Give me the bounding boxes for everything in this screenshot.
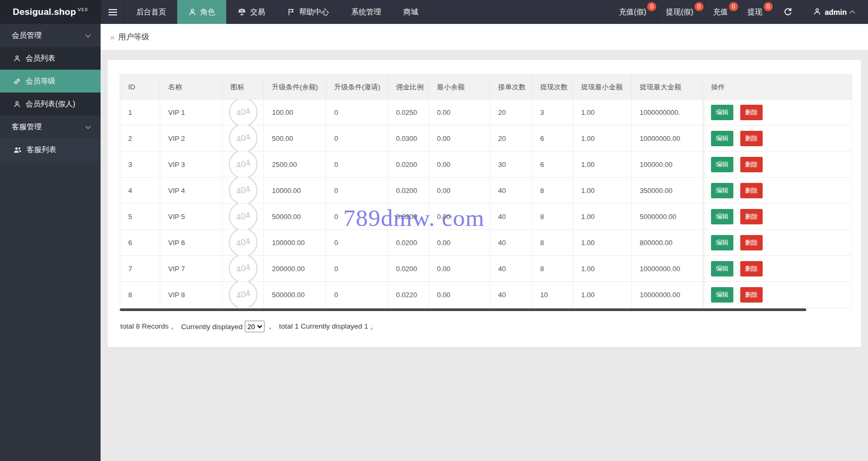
cell-withdraw-count: 8 [532, 230, 573, 256]
col-header-id: ID [120, 75, 160, 99]
broken-image-placeholder-icon: 404 [226, 230, 260, 256]
edit-button[interactable]: 编辑 [711, 183, 733, 198]
brand-logo[interactable]: Desigual.shop V3.0 [0, 0, 101, 24]
cell-min-balance: 0.00 [429, 204, 490, 230]
delete-button[interactable]: 删除 [740, 105, 763, 120]
cell-name: VIP 8 [160, 282, 222, 308]
cell-commission: 0.0200 [388, 230, 429, 256]
delete-button[interactable]: 删除 [740, 235, 763, 250]
scale-icon [237, 7, 246, 16]
cell-min-balance: 0.00 [429, 178, 490, 204]
cell-icon: 404 [222, 282, 264, 308]
badge-count: 0 [729, 2, 738, 11]
cell-withdraw-max: 5000000.00 [632, 204, 703, 230]
cell-icon: 404 [222, 204, 264, 230]
cell-commission: 0.0250 [388, 99, 429, 125]
cell-order-count: 30 [490, 152, 532, 178]
user-menu[interactable]: admin [802, 0, 868, 24]
cell-order-count: 40 [490, 204, 532, 230]
refresh-icon[interactable] [773, 0, 802, 24]
sidebar-item-member-list[interactable]: 会员列表 [0, 47, 101, 70]
nav-item-mall[interactable]: 商城 [392, 0, 429, 24]
breadcrumb-caret-icon: » [110, 32, 114, 41]
cell-upgrade-balance: 100.00 [264, 99, 326, 125]
nav-item-help-center[interactable]: 帮助中心 [276, 0, 340, 24]
edit-button[interactable]: 编辑 [711, 209, 733, 224]
cell-name: VIP 3 [160, 152, 222, 178]
nav-item-trade[interactable]: 交易 [226, 0, 276, 24]
delete-button[interactable]: 删除 [740, 287, 763, 303]
horizontal-scrollbar[interactable] [120, 308, 806, 311]
cell-id: 2 [120, 125, 160, 152]
cell-order-count: 40 [490, 282, 532, 308]
delete-button[interactable]: 删除 [740, 209, 763, 224]
delete-button[interactable]: 删除 [740, 261, 763, 276]
delete-button[interactable]: 删除 [740, 157, 763, 172]
nav-item-withdraw-fake[interactable]: 提现(假) 0 [657, 0, 704, 24]
col-header-commission: 佣金比例 [388, 75, 429, 99]
cell-actions: 编辑 删除 [703, 125, 852, 152]
edit-button[interactable]: 编辑 [711, 261, 733, 276]
brand-version: V3.0 [78, 7, 88, 12]
nav-item-recharge-fake[interactable]: 充值(假) 0 [610, 0, 657, 24]
edit-button[interactable]: 编辑 [711, 105, 733, 120]
broken-image-placeholder-icon: 404 [226, 204, 260, 230]
sidebar-item-member-level[interactable]: 会员等级 [0, 70, 101, 93]
cell-order-count: 40 [490, 230, 532, 256]
nav-item-dashboard[interactable]: 后台首页 [125, 0, 177, 24]
sidebar-group-member-management[interactable]: 会员管理 [0, 24, 101, 47]
cell-withdraw-count: 3 [532, 99, 573, 125]
table-row: 5 VIP 5 404 50000.00 0 0.0200 0.00 40 8 … [120, 204, 852, 230]
sidebar-item-member-list-fake[interactable]: 会员列表(假人) [0, 93, 101, 115]
cell-upgrade-invite: 0 [326, 204, 388, 230]
cell-withdraw-count: 8 [532, 256, 573, 282]
cell-withdraw-max: 800000.00 [632, 230, 703, 256]
cell-upgrade-balance: 50000.00 [264, 204, 326, 230]
edit-button[interactable]: 编辑 [711, 235, 733, 250]
cell-actions: 编辑 删除 [703, 230, 852, 256]
edit-button[interactable]: 编辑 [711, 157, 733, 172]
user-icon [813, 7, 821, 17]
table-body: 1 VIP 1 404 100.00 0 0.0250 0.00 20 3 1.… [120, 99, 852, 308]
nav-item-roles[interactable]: 角色 [177, 0, 226, 24]
broken-image-placeholder-icon: 404 [226, 125, 260, 152]
cell-min-balance: 0.00 [429, 125, 490, 152]
cell-icon: 404 [222, 99, 264, 125]
cell-withdraw-min: 1.00 [573, 178, 632, 204]
nav-item-withdraw[interactable]: 提现 0 [739, 0, 773, 24]
cell-upgrade-balance: 500.00 [264, 125, 326, 152]
edit-button[interactable]: 编辑 [711, 287, 733, 303]
table-row: 2 VIP 2 404 500.00 0 0.0300 0.00 20 6 1.… [120, 125, 852, 152]
cell-withdraw-min: 1.00 [573, 256, 632, 282]
cell-id: 3 [120, 152, 160, 178]
badge-count: 0 [764, 2, 773, 11]
cell-min-balance: 0.00 [429, 99, 490, 125]
delete-button[interactable]: 删除 [740, 131, 763, 146]
col-header-name: 名称 [160, 75, 222, 99]
sidebar-item-service-list[interactable]: 客服列表 [0, 138, 101, 161]
flag-icon [287, 8, 295, 16]
cell-min-balance: 0.00 [429, 152, 490, 178]
cell-id: 8 [120, 282, 160, 308]
nav-item-recharge[interactable]: 充值 0 [704, 0, 739, 24]
page-size-select[interactable]: 20 [245, 321, 264, 332]
breadcrumb: » 用户等级 [101, 24, 868, 51]
sidebar-group-service-management[interactable]: 客服管理 [0, 115, 101, 138]
delete-button[interactable]: 删除 [740, 183, 763, 198]
chevron-down-icon [86, 123, 91, 129]
cell-min-balance: 0.00 [429, 256, 490, 282]
table-row: 4 VIP 4 404 10000.00 0 0.0200 0.00 40 8 … [120, 178, 852, 204]
cell-upgrade-invite: 0 [326, 178, 388, 204]
pagination-separator: ， [267, 322, 274, 331]
link-icon [13, 78, 21, 85]
cell-withdraw-max: 350000.00 [632, 178, 703, 204]
cell-upgrade-invite: 0 [326, 99, 388, 125]
col-header-icon: 图标 [222, 75, 264, 99]
cell-withdraw-min: 1.00 [573, 204, 632, 230]
nav-item-system[interactable]: 系统管理 [340, 0, 392, 24]
edit-button[interactable]: 编辑 [711, 131, 733, 146]
cell-withdraw-count: 6 [532, 152, 573, 178]
chevron-down-icon [86, 32, 91, 37]
menu-toggle-icon[interactable] [101, 0, 125, 24]
badge-count: 0 [695, 2, 704, 11]
